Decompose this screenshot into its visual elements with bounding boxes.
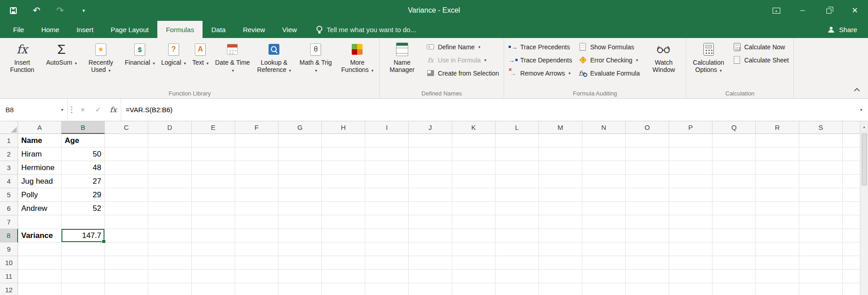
- cell-Q4[interactable]: [712, 175, 756, 188]
- cell-R1[interactable]: [756, 134, 799, 148]
- tell-me-box[interactable]: Tell me what you want to do...: [316, 21, 416, 38]
- cell-B10[interactable]: [61, 256, 105, 270]
- cell-A2[interactable]: Hiram: [18, 148, 61, 161]
- cell-G8[interactable]: [278, 229, 322, 243]
- column-header-G[interactable]: G: [278, 121, 322, 134]
- tab-review[interactable]: Review: [234, 21, 274, 38]
- column-header-R[interactable]: R: [756, 121, 799, 134]
- cell-F7[interactable]: [235, 215, 278, 229]
- column-header-I[interactable]: I: [365, 121, 409, 134]
- cell-A4[interactable]: Jug head: [18, 175, 61, 188]
- column-header-Q[interactable]: Q: [712, 121, 756, 134]
- cell-J9[interactable]: [409, 243, 452, 256]
- cell-Q11[interactable]: [712, 270, 756, 283]
- cell-G7[interactable]: [278, 215, 322, 229]
- cell-B2[interactable]: 50: [61, 148, 105, 161]
- cell-P8[interactable]: [669, 229, 712, 243]
- tab-data[interactable]: Data: [203, 21, 234, 38]
- cell-G3[interactable]: [278, 161, 322, 175]
- cell-J11[interactable]: [409, 270, 452, 283]
- select-all-corner[interactable]: [0, 121, 18, 134]
- cell-P11[interactable]: [669, 270, 712, 283]
- cell-R4[interactable]: [756, 175, 799, 188]
- vertical-scrollbar[interactable]: ▴: [860, 121, 868, 295]
- cell-I9[interactable]: [365, 243, 409, 256]
- cell-I10[interactable]: [365, 256, 409, 270]
- cell-P5[interactable]: [669, 188, 712, 202]
- cell-H12[interactable]: [322, 283, 365, 295]
- restore-button[interactable]: [816, 0, 842, 21]
- cell-R9[interactable]: [756, 243, 799, 256]
- cell-D7[interactable]: [148, 215, 192, 229]
- create-from-selection-button[interactable]: Create from Selection: [423, 67, 502, 80]
- cell-A12[interactable]: [18, 283, 61, 295]
- cell-H3[interactable]: [322, 161, 365, 175]
- cell-E6[interactable]: [192, 202, 235, 215]
- cell-F12[interactable]: [235, 283, 278, 295]
- cell-N8[interactable]: [582, 229, 626, 243]
- cell-S7[interactable]: [799, 215, 843, 229]
- cell-O6[interactable]: [626, 202, 669, 215]
- tab-home[interactable]: Home: [33, 21, 68, 38]
- cell-M1[interactable]: [539, 134, 582, 148]
- cell-P3[interactable]: [669, 161, 712, 175]
- tab-file[interactable]: File: [5, 21, 33, 38]
- cell-O3[interactable]: [626, 161, 669, 175]
- tab-formulas[interactable]: Formulas: [157, 21, 203, 38]
- cell-B5[interactable]: 29: [61, 188, 105, 202]
- cell-G10[interactable]: [278, 256, 322, 270]
- cell-R6[interactable]: [756, 202, 799, 215]
- cell-C10[interactable]: [105, 256, 148, 270]
- show-formulas-button[interactable]: Show Formulas: [575, 40, 643, 53]
- cell-Q7[interactable]: [712, 215, 756, 229]
- cell-P6[interactable]: [669, 202, 712, 215]
- cell-E11[interactable]: [192, 270, 235, 283]
- cell-E8[interactable]: [192, 229, 235, 243]
- math-trig-button[interactable]: θ Math & Trig ▾: [295, 39, 336, 89]
- cell-M3[interactable]: [539, 161, 582, 175]
- cell-R8[interactable]: [756, 229, 799, 243]
- cell-K2[interactable]: [452, 148, 495, 161]
- redo-button[interactable]: ↷: [54, 4, 66, 17]
- text-button[interactable]: A Text ▾: [189, 39, 212, 89]
- cell-N1[interactable]: [582, 134, 626, 148]
- cell-J8[interactable]: [409, 229, 452, 243]
- cell-E1[interactable]: [192, 134, 235, 148]
- cell-C8[interactable]: [105, 229, 148, 243]
- cell-C11[interactable]: [105, 270, 148, 283]
- cell-L1[interactable]: [495, 134, 539, 148]
- cell-M2[interactable]: [539, 148, 582, 161]
- remove-arrows-button[interactable]: →× Remove Arrows ▾: [505, 67, 576, 80]
- cell-N10[interactable]: [582, 256, 626, 270]
- dropdown-arrow-icon[interactable]: ▾: [478, 45, 481, 49]
- cell-B8[interactable]: 147.7: [61, 229, 105, 243]
- cell-Q9[interactable]: [712, 243, 756, 256]
- cell-C7[interactable]: [105, 215, 148, 229]
- dropdown-arrow-icon[interactable]: ▾: [636, 58, 638, 62]
- cell-B3[interactable]: 48: [61, 161, 105, 175]
- cell-M6[interactable]: [539, 202, 582, 215]
- more-functions-button[interactable]: More Functions ▾: [336, 39, 378, 89]
- cell-P12[interactable]: [669, 283, 712, 295]
- cell-I11[interactable]: [365, 270, 409, 283]
- cell-J1[interactable]: [409, 134, 452, 148]
- cell-B4[interactable]: 27: [61, 175, 105, 188]
- column-header-F[interactable]: F: [235, 121, 278, 134]
- cell-H8[interactable]: [322, 229, 365, 243]
- cell-Q10[interactable]: [712, 256, 756, 270]
- cell-M5[interactable]: [539, 188, 582, 202]
- row-header-12[interactable]: 12: [0, 283, 18, 295]
- cell-S4[interactable]: [799, 175, 843, 188]
- cell-D4[interactable]: [148, 175, 192, 188]
- cell-D2[interactable]: [148, 148, 192, 161]
- cell-A6[interactable]: Andrew: [18, 202, 61, 215]
- cell-D6[interactable]: [148, 202, 192, 215]
- enter-button[interactable]: ✓: [90, 99, 106, 121]
- cell-H7[interactable]: [322, 215, 365, 229]
- customize-quick-access-button[interactable]: ▾: [78, 4, 90, 17]
- cell-Q12[interactable]: [712, 283, 756, 295]
- cell-J6[interactable]: [409, 202, 452, 215]
- cell-D1[interactable]: [148, 134, 192, 148]
- cell-P7[interactable]: [669, 215, 712, 229]
- cell-K9[interactable]: [452, 243, 495, 256]
